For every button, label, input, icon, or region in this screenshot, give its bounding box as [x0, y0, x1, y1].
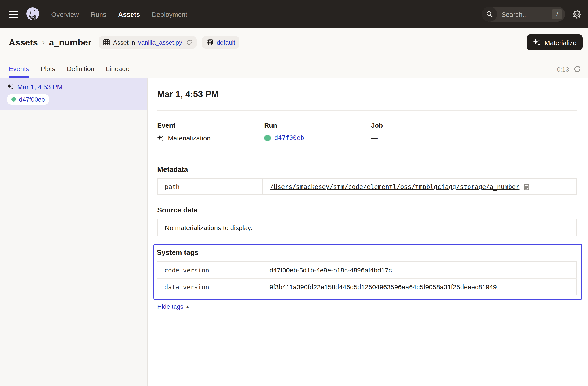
reload-definitions-button[interactable] — [186, 39, 192, 45]
run-column-label: Run — [264, 122, 371, 129]
breadcrumb-assets[interactable]: Assets — [9, 37, 38, 47]
materialize-button[interactable]: Materialize — [527, 34, 583, 50]
run-status-dot — [11, 97, 16, 102]
event-timestamp-link[interactable]: Mar 1, 4:53 PM — [17, 83, 63, 91]
caret-up-icon: ▲ — [186, 304, 189, 309]
job-column-label: Job — [371, 122, 478, 129]
system-tags-highlight-box: System tags code_version d47f00eb-5d1b-4… — [153, 244, 582, 300]
table-row: data_version 9f3b411a390fd22e158d446d5d1… — [157, 279, 576, 295]
path-value-link[interactable]: /Users/smackesey/stm/code/elementl/oss/t… — [270, 183, 519, 190]
app-root: Overview Runs Assets Deployment / — [0, 0, 588, 386]
system-tags-heading: System tags — [157, 249, 577, 257]
run-column: Run d47f00eb — [264, 122, 371, 142]
poll-countdown: 0:13 — [557, 66, 569, 73]
asset-group-icon — [207, 39, 214, 46]
sparkle-icon — [533, 39, 541, 46]
search-shortcut-badge: / — [552, 9, 562, 20]
hamburger-menu-icon[interactable] — [9, 10, 18, 18]
gear-icon — [572, 9, 582, 19]
metadata-key: path — [157, 179, 263, 195]
table-row: code_version d47f00eb-5d1b-4e9e-b18c-489… — [157, 262, 576, 279]
tab-plots[interactable]: Plots — [41, 65, 55, 78]
tag-value: d47f00eb-5d1b-4e9e-b18c-4896af4bd17c — [262, 262, 576, 279]
table-row: path /Users/smackesey/stm/code/elementl/… — [157, 179, 576, 195]
source-data-empty-state: No materializations to display. — [157, 219, 577, 236]
source-data-heading: Source data — [157, 206, 577, 214]
chevron-right-icon: › — [42, 38, 45, 47]
content-area: Mar 1, 4:53 PM d47f00eb Mar 1, 4:53 PM E… — [0, 78, 588, 386]
asset-definition-chip: Asset in vanilla_asset.py — [99, 36, 197, 49]
nav-item-runs[interactable]: Runs — [91, 10, 106, 18]
clipboard-icon — [523, 183, 530, 190]
nav-item-overview[interactable]: Overview — [51, 10, 79, 18]
job-column: Job — — [371, 122, 478, 142]
materialize-button-label: Materialize — [545, 39, 577, 46]
event-list-item-selected[interactable]: Mar 1, 4:53 PM d47f00eb — [0, 78, 147, 110]
asset-group-chip: default — [202, 36, 240, 49]
asset-chip-prefix: Asset in — [113, 39, 135, 46]
tag-key: data_version — [157, 279, 262, 295]
run-id-label: d47f00eb — [19, 96, 45, 103]
copy-button[interactable] — [523, 183, 530, 190]
page-header: Assets › a_number Asset in vanilla_asset… — [0, 28, 588, 78]
search-icon — [482, 7, 497, 22]
event-type-value: Materialization — [168, 134, 210, 142]
divider — [157, 110, 577, 111]
asset-file-link[interactable]: vanilla_asset.py — [138, 39, 182, 46]
asset-group-link[interactable]: default — [217, 39, 235, 46]
refresh-icon — [573, 65, 581, 73]
event-list-sidebar: Mar 1, 4:53 PM d47f00eb — [0, 78, 147, 386]
search-input[interactable] — [497, 10, 552, 18]
hide-tags-link[interactable]: Hide tags — [157, 303, 183, 310]
tag-key: code_version — [157, 262, 262, 279]
search-box[interactable]: / — [482, 7, 565, 22]
event-title: Mar 1, 4:53 PM — [157, 88, 577, 100]
run-status-dot — [264, 135, 271, 141]
refresh-button[interactable] — [573, 65, 581, 73]
top-navbar: Overview Runs Assets Deployment / — [0, 0, 588, 28]
event-column: Event Materialization — [157, 122, 264, 142]
metadata-heading: Metadata — [157, 166, 577, 174]
breadcrumb-row: Assets › a_number Asset in vanilla_asset… — [0, 34, 588, 50]
materialization-sparkle-icon — [7, 83, 14, 90]
asset-grid-icon — [103, 39, 110, 46]
metadata-table: path /Users/smackesey/stm/code/elementl/… — [157, 178, 577, 195]
divider — [157, 154, 577, 154]
event-column-label: Event — [157, 122, 264, 129]
nav-item-assets[interactable]: Assets — [118, 10, 140, 18]
event-detail-panel: Mar 1, 4:53 PM Event Materialization — [147, 78, 588, 386]
job-value: — — [371, 134, 378, 142]
tab-lineage[interactable]: Lineage — [106, 65, 130, 78]
run-id-link[interactable]: d47f00eb — [274, 134, 304, 141]
system-tags-table: code_version d47f00eb-5d1b-4e9e-b18c-489… — [157, 262, 577, 295]
nav-item-deployment[interactable]: Deployment — [152, 10, 187, 18]
tab-definition[interactable]: Definition — [67, 65, 94, 78]
event-summary-columns: Event Materialization Run d47f0 — [157, 122, 577, 142]
tab-bar: Events Plots Definition Lineage 0:13 — [0, 50, 588, 78]
metadata-actions-cell — [563, 179, 576, 195]
refresh-icon — [186, 39, 192, 45]
materialization-sparkle-icon — [157, 135, 164, 142]
run-tag-chip[interactable]: d47f00eb — [7, 94, 49, 105]
primary-nav: Overview Runs Assets Deployment — [51, 10, 187, 18]
dagster-logo-icon[interactable] — [25, 6, 41, 22]
tag-value: 9f3b411a390fd22e158d446d5d12504963596aa6… — [262, 279, 576, 295]
settings-button[interactable] — [572, 9, 582, 19]
tab-events[interactable]: Events — [9, 65, 29, 78]
breadcrumb-asset-name: a_number — [49, 37, 91, 47]
